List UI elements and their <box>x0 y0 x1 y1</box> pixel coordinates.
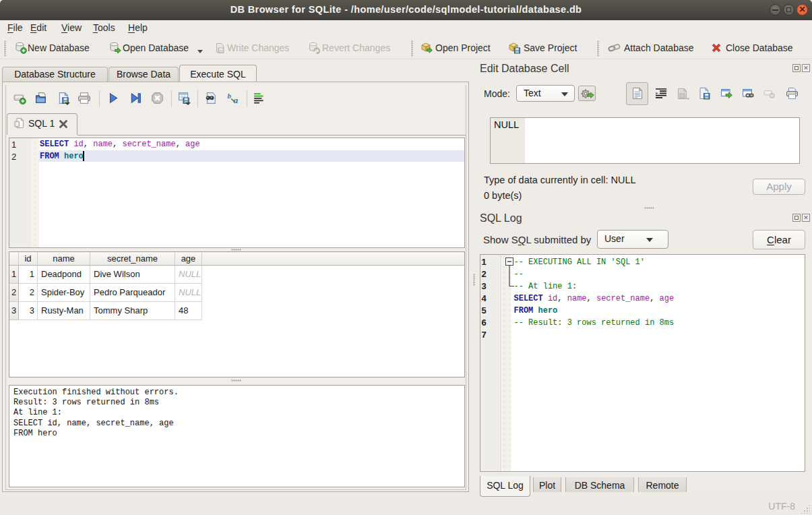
svg-text:b: b <box>228 92 232 100</box>
svg-text:a: a <box>233 95 238 104</box>
